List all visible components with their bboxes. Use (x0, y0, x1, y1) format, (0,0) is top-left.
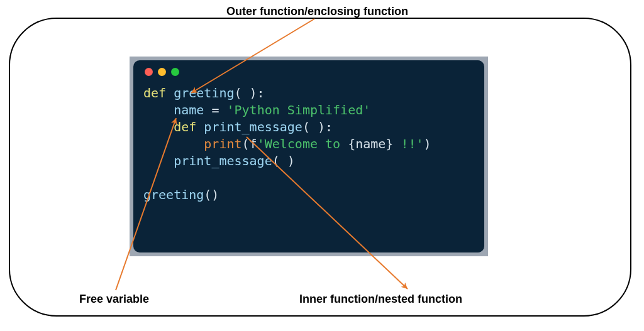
code-block: def greeting( ): name = 'Python Simplifi… (143, 85, 474, 203)
var-name: name (174, 102, 204, 117)
code-window: def greeting( ): name = 'Python Simplifi… (130, 57, 488, 256)
code-punct: () (204, 187, 219, 202)
code-paren-open: ( (242, 136, 250, 151)
function-name-print-message: print_message (204, 119, 303, 134)
annotation-outer-function: Outer function/enclosing function (226, 5, 408, 18)
stage: Outer function/enclosing function Free v… (0, 0, 644, 331)
f-prefix: f (250, 136, 257, 151)
code-window-chrome: def greeting( ): name = 'Python Simplifi… (133, 60, 484, 252)
code-punct: ( ) (272, 153, 295, 168)
indent (143, 136, 204, 151)
string-interp: {name} (348, 136, 393, 151)
indent (143, 102, 174, 117)
call-print-message: print_message (174, 153, 272, 168)
keyword-def: def (174, 119, 196, 134)
string-literal: 'Welcome to (257, 136, 348, 151)
code-punct: ( ): (303, 119, 333, 134)
close-icon (145, 68, 153, 76)
function-name-greeting: greeting (174, 85, 234, 100)
code-eq: = (204, 102, 226, 117)
annotation-inner-function: Inner function/nested function (299, 293, 462, 306)
code-punct: ( ): (235, 85, 265, 100)
string-literal: 'Python Simplified' (226, 102, 370, 117)
string-literal: !!' (393, 136, 423, 151)
window-traffic-lights (145, 68, 474, 76)
minimize-icon (158, 68, 166, 76)
indent (143, 153, 174, 168)
keyword-def: def (143, 85, 166, 100)
call-greeting: greeting (143, 187, 204, 202)
code-paren-close: ) (424, 136, 431, 151)
builtin-print: print (204, 136, 242, 151)
indent (143, 119, 174, 134)
zoom-icon (171, 68, 179, 76)
annotation-free-variable: Free variable (79, 293, 149, 306)
